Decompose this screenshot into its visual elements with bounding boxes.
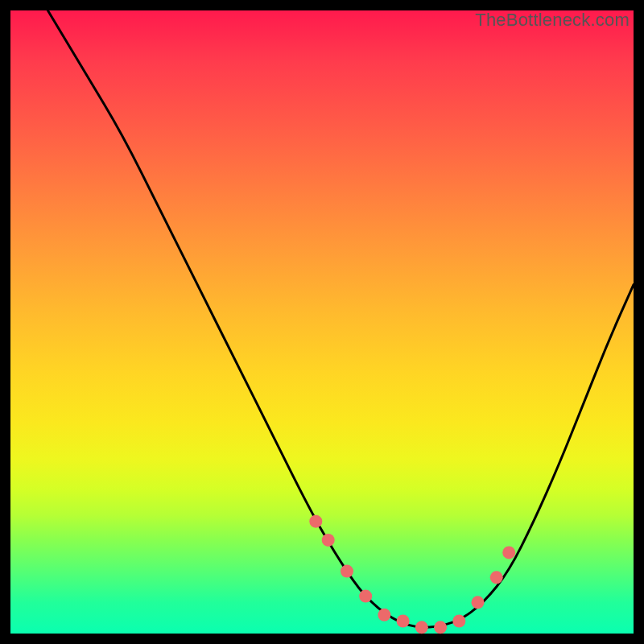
- highlighted-point: [472, 596, 485, 609]
- highlighted-point: [502, 546, 515, 559]
- highlighted-point: [341, 565, 353, 578]
- highlighted-point: [397, 615, 410, 628]
- highlighted-point: [490, 571, 503, 584]
- chart-svg: [10, 10, 634, 634]
- highlighted-point: [415, 621, 428, 634]
- attribution-label: TheBottleneck.com: [475, 10, 630, 31]
- highlighted-point: [378, 609, 390, 621]
- chart-plot-area: [10, 10, 634, 634]
- bottleneck-curve: [47, 10, 634, 627]
- highlighted-point: [309, 515, 322, 528]
- highlighted-point: [434, 621, 447, 634]
- highlighted-point: [359, 590, 372, 603]
- highlighted-points-group: [309, 515, 515, 634]
- highlighted-point: [322, 534, 335, 547]
- highlighted-point: [452, 615, 465, 628]
